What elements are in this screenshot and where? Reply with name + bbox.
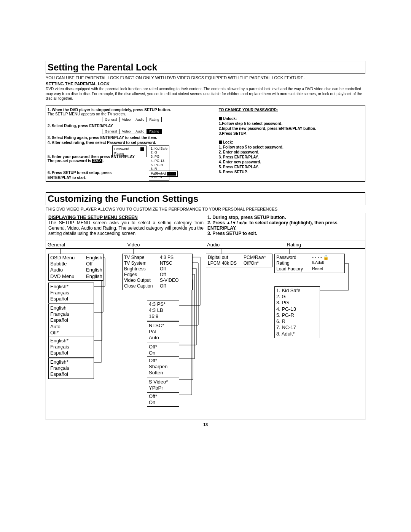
category-row: General Video Audio Rating (46, 241, 365, 249)
video-opt2: NTSC*PALAuto (147, 321, 179, 342)
step5: 5. Enter your password then press ENTER/… (48, 155, 147, 159)
section1-intro: YOU CAN USE THE PARENTAL LOCK FUNCTION O… (46, 75, 365, 80)
section1-title: Setting the Parental Lock (46, 61, 365, 74)
display-setup-head: DISPLAYING THE SETUP MENU SCREEN (48, 215, 204, 220)
general-opt2: EnglishFrançaisEspañolAutoOff* (48, 304, 94, 337)
change-password-head: TO CHANGE YOUR PASSWORD: (219, 108, 363, 112)
settings-diagram: General Video Audio Rating (46, 241, 365, 420)
step4: 4. After select rating, then select Pass… (48, 141, 217, 145)
general-opt1: English*FrançaisEspañol (48, 283, 94, 304)
step6a: 6. Press SETUP to exit setup, press (48, 171, 147, 175)
step3: 3. Select Rating again, press ENTER/PLAY… (48, 136, 217, 140)
display-setup-body: The SETUP MENU screen asks you to select… (48, 220, 204, 236)
section1-subhead: SETTING THE PARENTAL LOCK (46, 81, 365, 86)
step2: 2. Select Rating, press ENTER/PLAY (48, 124, 217, 128)
password-box-2: Password - - - - (149, 171, 178, 177)
tabs-row-1: General Video Audio Rating (102, 117, 162, 122)
section1-body: DVD video discs equipped with the parent… (46, 87, 365, 101)
video-opt6: Off*On (147, 392, 179, 407)
preset-pw: The pre-set password is 3308 . (48, 159, 217, 163)
step1-note: The SETUP MENU appears on the TV screen. (48, 112, 217, 116)
video-opt4: Off*SharpenSoften (147, 356, 179, 377)
section2-intro: THIS DVD VIDEO PLAYER ALLOWS YOU TO CUST… (46, 207, 365, 211)
lock-icon-2 (219, 141, 222, 144)
step1: 1. When the DVD player is stopped comple… (48, 108, 217, 112)
setup-step3: 3. Press SETUP to exit. (207, 231, 363, 236)
general-opt3: English*FrançaisEspañol (48, 337, 94, 358)
page-number: 13 (46, 422, 365, 427)
rating-box: Password- - - - 🔒 Rating8.Adult Load Fac… (274, 254, 345, 273)
setup-step2: 2. Press ▲/▼/◄/► to select category (hig… (207, 220, 363, 231)
rating-opt: 1. Kid Safe 2. G 3. PG 4. PG-13 5. PG-R … (274, 286, 320, 338)
unlock-icon (219, 117, 222, 120)
setup-step1: 1. During stop, press SETUP button. (207, 215, 363, 220)
video-opt3: Off*On (147, 343, 179, 358)
general-box: OSD MenuEnglish SubtitleOff AudioEnglish… (48, 254, 104, 281)
video-box: TV Shape4:3 PS TV SystemNTSC BrightnessO… (122, 254, 193, 290)
video-opt1: 4:3 PS*4:3 LB16:9 (147, 300, 179, 321)
lock-icon-small: 🔒 (323, 255, 329, 260)
step6b: ENTER/PLAY to start. (48, 176, 147, 180)
section2-title: Customizing the Function Settings (46, 192, 365, 205)
audio-box: Digital outPCM/Raw* LPCM 48k DSOff/On* (206, 254, 272, 267)
general-opt4: English*FrançaisEspañol (48, 358, 94, 379)
lock-icon (140, 147, 144, 151)
tabs-row-2: General Video Audio Rating (102, 129, 162, 134)
video-opt5: S Video*YPbPr (147, 378, 179, 393)
parental-lock-steps-box: 1. When the DVD player is stopped comple… (46, 105, 365, 182)
